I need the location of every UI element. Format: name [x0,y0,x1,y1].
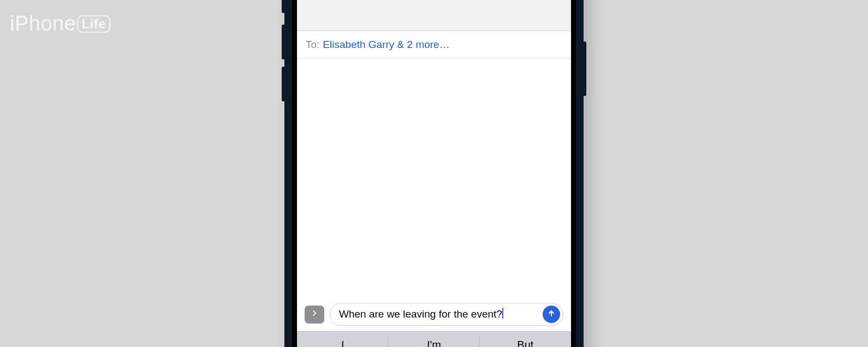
keyboard: I I'm But 1 2 3 4 5 6 7 8 9 0 [297,331,571,347]
watermark-badge: Life [77,15,110,33]
nav-bar [297,0,571,31]
watermark-brand: iPhone [10,12,76,35]
arrow-up-icon [547,308,556,321]
recipients-text[interactable]: Elisabeth Garry & 2 more… [323,39,449,51]
to-label: To: [306,39,319,51]
expand-apps-button[interactable] [305,306,324,324]
silence-switch[interactable] [282,0,285,13]
message-input-text: When are we leaving for the event? [339,308,502,320]
phone-screen: To: Elisabeth Garry & 2 more… When are w… [297,0,571,347]
suggestion-3[interactable]: But [480,332,571,347]
volume-down-button[interactable] [282,67,285,101]
volume-up-button[interactable] [282,25,285,59]
conversation-area[interactable] [297,58,571,303]
chevron-right-icon [311,309,318,319]
recipients-bar[interactable]: To: Elisabeth Garry & 2 more… [297,31,571,58]
compose-row: When are we leaving for the event? [297,303,571,331]
power-button[interactable] [583,41,586,96]
watermark-logo: iPhone Life [10,12,110,35]
phone-bezel: To: Elisabeth Garry & 2 more… When are w… [292,0,576,347]
suggestion-2[interactable]: I'm [388,332,479,347]
phone-frame: To: Elisabeth Garry & 2 more… When are w… [284,0,584,347]
send-button[interactable] [543,306,560,323]
message-input[interactable]: When are we leaving for the event? [330,303,563,326]
suggestion-bar: I I'm But [297,332,571,347]
text-cursor [502,308,503,319]
suggestion-1[interactable]: I [297,332,388,347]
